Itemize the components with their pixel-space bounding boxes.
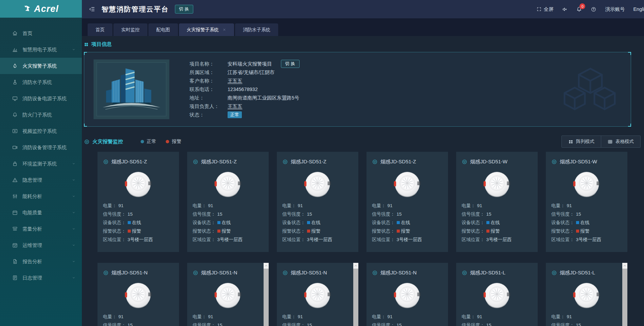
smoke-detector-image	[304, 171, 332, 198]
alarm-status-square	[486, 230, 489, 233]
card-scrollbar[interactable]	[264, 263, 269, 326]
tab-首页[interactable]: 首页	[88, 23, 112, 36]
alarm-status-value: 报警	[132, 227, 141, 235]
device-status-label: 设备状态：	[372, 218, 395, 227]
tab-消防水子系统[interactable]: 消防水子系统	[235, 23, 278, 36]
battery-label: 电量：	[282, 312, 296, 321]
tab-配电图[interactable]: 配电图	[148, 23, 178, 36]
language-switcher[interactable]: English	[633, 6, 644, 12]
sidebar-item[interactable]: 电能质量	[0, 204, 82, 221]
account-menu[interactable]: 演示账号	[605, 6, 625, 13]
platform-switch-button[interactable]: 切 换	[175, 5, 193, 14]
sidebar-item-label: 报告分析	[22, 258, 42, 265]
scroll-up-button[interactable]	[353, 263, 358, 269]
smoke-detector-image	[483, 282, 511, 309]
device-card[interactable]: 烟感JD-SD51-W	[546, 152, 627, 252]
device-card[interactable]: 烟感JD-SD51-N	[366, 263, 448, 326]
sidebar-item[interactable]: 防火门子系统	[0, 107, 82, 123]
device-card[interactable]: 烟感JD-SD51-Z	[187, 152, 269, 252]
scrollbar-thumb[interactable]	[622, 269, 627, 326]
calendar-icon	[12, 210, 18, 216]
scrollbar-thumb[interactable]	[264, 269, 269, 326]
close-icon[interactable]	[222, 28, 226, 32]
tab-火灾报警子系统[interactable]: 火灾报警子系统	[179, 23, 234, 36]
sidebar-item[interactable]: 环境监测子系统	[0, 156, 82, 172]
battery-value: 91	[208, 201, 213, 210]
battery-value: 91	[119, 201, 124, 210]
sidebar-item[interactable]: 火灾报警子系统	[0, 58, 82, 74]
project-switch-button[interactable]: 切 换	[281, 60, 300, 68]
sidebar-item[interactable]: 需量分析	[0, 221, 82, 237]
sidebar-item[interactable]: 能耗分析	[0, 188, 82, 204]
sidebar-item[interactable]: 报告分析	[0, 253, 82, 270]
card-scrollbar[interactable]	[622, 263, 627, 326]
battery-value: 91	[567, 201, 572, 210]
battery-label: 电量：	[193, 201, 207, 210]
battery-label: 电量：	[551, 201, 565, 210]
card-scrollbar[interactable]	[353, 263, 358, 326]
tab-实时监控[interactable]: 实时监控	[113, 23, 147, 36]
sidebar-item-label: 消防设备管理子系统	[22, 144, 67, 151]
notifications-button[interactable]: 0	[576, 6, 582, 12]
battery-label: 电量：	[462, 312, 476, 321]
device-card[interactable]: 烟感JD-SD51-L	[456, 263, 538, 326]
scroll-up-button[interactable]	[264, 263, 269, 269]
info-value: 12345678932	[228, 85, 258, 94]
sidebar-item[interactable]: 隐患管理	[0, 172, 82, 188]
help-button[interactable]	[591, 6, 596, 12]
online-status-square	[486, 221, 489, 224]
device-card[interactable]: 烟感JD-SD51-N	[277, 263, 358, 326]
location-value: 3号楼一层西	[217, 235, 243, 244]
online-status-square	[128, 221, 131, 224]
scroll-up-button[interactable]	[622, 263, 627, 269]
device-status-value: 在线	[311, 218, 321, 227]
device-card[interactable]: 烟感JD-SD51-L	[546, 263, 627, 326]
mode-button-表格模式[interactable]: 表格模式	[601, 136, 640, 147]
device-card[interactable]: 烟感JD-SD51-Z	[366, 152, 448, 252]
battery-value: 91	[567, 312, 572, 321]
device-card[interactable]: 烟感JD-SD51-Z	[97, 152, 179, 252]
signal-value: 15	[397, 210, 402, 218]
sidebar-item[interactable]: 消防设备管理子系统	[0, 139, 82, 156]
device-card[interactable]: 烟感JD-SD51-W	[456, 152, 538, 252]
info-row: 项目负责人： 王五五	[190, 102, 300, 111]
info-label: 状态：	[190, 111, 228, 119]
legend-dot	[141, 140, 144, 143]
sidebar-item[interactable]: 首页	[0, 25, 82, 41]
chevron-down-icon	[72, 276, 76, 280]
location-label: 区域位置：	[372, 235, 395, 244]
sidebar-item[interactable]: 运维管理	[0, 237, 82, 253]
sidebar-item[interactable]: 消防水子系统	[0, 74, 82, 90]
fullscreen-icon	[536, 6, 542, 12]
mode-button-阵列模式[interactable]: 阵列模式	[562, 136, 601, 147]
flask-icon	[12, 79, 18, 86]
battery-value: 91	[298, 201, 303, 210]
collapse-menu-icon[interactable]	[89, 6, 95, 13]
alarm-status-value: 报警	[311, 227, 321, 235]
signal-value: 15	[486, 210, 491, 218]
fullscreen-button[interactable]: 全屏	[536, 6, 553, 13]
mute-button[interactable]	[562, 6, 568, 12]
chevron-down-icon	[72, 48, 76, 52]
sidebar-item[interactable]: 消防设备电源子系统	[0, 90, 82, 107]
device-status-value: 在线	[580, 218, 590, 227]
sidebar-item[interactable]: 智慧用电子系统	[0, 41, 82, 58]
brand-logo[interactable]: Acrel	[0, 0, 82, 18]
alarm-status-value: 报警	[491, 227, 500, 235]
device-card[interactable]: 烟感JD-SD51-N	[187, 263, 269, 326]
device-card[interactable]: 烟感JD-SD51-Z	[277, 152, 358, 252]
chevron-down-icon	[72, 227, 76, 231]
info-row: 状态： 正常	[190, 111, 300, 119]
signal-value: 15	[128, 321, 133, 326]
sidebar-item-label: 环境监测子系统	[22, 161, 57, 167]
battery-value: 91	[477, 312, 482, 321]
grid-squares-icon	[84, 42, 89, 47]
sidebar-item[interactable]: 日志管理	[0, 270, 82, 286]
device-card[interactable]: 烟感JD-SD51-N	[97, 263, 179, 326]
detector-icon	[462, 270, 467, 276]
sidebar-item-label: 消防设备电源子系统	[22, 95, 67, 102]
sidebar-item[interactable]: 视频监控子系统	[0, 123, 82, 139]
status-legend: 正常 报警	[141, 139, 181, 145]
scrollbar-thumb[interactable]	[353, 269, 358, 326]
sidebar-item-label: 消防水子系统	[22, 79, 52, 86]
